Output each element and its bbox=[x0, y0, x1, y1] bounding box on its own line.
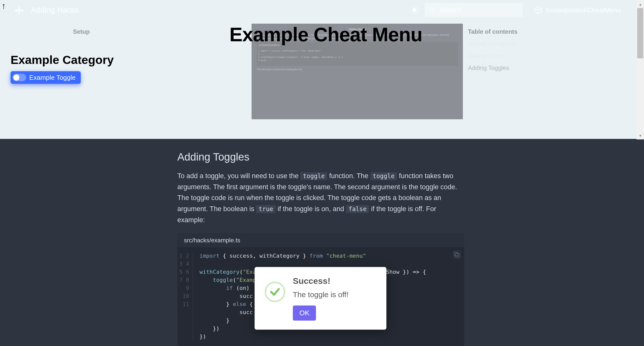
section-paragraph: To add a toggle, you will need to use th… bbox=[177, 171, 464, 226]
preview-footer-text: This will create a cheat menu looking li… bbox=[257, 68, 458, 71]
inline-code-toggle-2: toggle bbox=[370, 172, 397, 180]
toc-item-toggles[interactable]: Adding Toggles bbox=[468, 62, 594, 74]
toc-title: Table of contents bbox=[468, 26, 594, 38]
page-title: Adding Hacks bbox=[31, 6, 79, 15]
copy-icon bbox=[453, 251, 460, 258]
scrollbar[interactable]: ▴ ▾ bbox=[636, 1, 644, 139]
search-input[interactable]: Search bbox=[425, 3, 523, 17]
toc-item-categories[interactable]: Adding Categories bbox=[468, 38, 594, 50]
svg-point-9 bbox=[430, 8, 434, 11]
inline-code-false: false bbox=[346, 205, 369, 213]
success-modal: Success! The toggle is off! OK bbox=[255, 267, 386, 330]
toggle-switch[interactable] bbox=[13, 74, 26, 81]
inline-code-true: true bbox=[256, 205, 276, 213]
search-placeholder: Search bbox=[440, 6, 461, 14]
svg-point-0 bbox=[412, 8, 416, 12]
hero-section: ▴ ▾ Adding Hacks Search hostedposted/Che… bbox=[0, 0, 644, 139]
scrollbar-down-arrow[interactable]: ▾ bbox=[636, 132, 644, 139]
preview-code-block: 1 import { success, withCategory } from … bbox=[257, 48, 458, 66]
modal-ok-button[interactable]: OK bbox=[293, 305, 316, 321]
repo-name: hostedposted/CheatMenu bbox=[546, 6, 621, 14]
search-icon bbox=[429, 7, 436, 13]
modal-text: The toggle is off! bbox=[293, 290, 376, 299]
toc-item-hacks[interactable]: Adding Hacks bbox=[468, 50, 594, 62]
section-heading: Adding Toggles bbox=[177, 151, 464, 163]
overlay-menu-title: Example Cheat Menu bbox=[229, 23, 422, 46]
svg-line-10 bbox=[433, 11, 435, 13]
svg-line-8 bbox=[412, 12, 412, 13]
logo-icon[interactable] bbox=[15, 6, 24, 15]
code-filename: src/hacks/example.ts bbox=[177, 233, 464, 247]
back-to-top-arrow[interactable]: ↑ bbox=[2, 2, 6, 10]
svg-line-6 bbox=[416, 12, 417, 13]
modal-title: Success! bbox=[293, 276, 376, 286]
toggle-label: Example Toggle bbox=[29, 74, 76, 82]
overlay-category-title: Example Category bbox=[11, 53, 114, 67]
line-numbers: 1 2 3 4 5 6 7 8 9 10 11 bbox=[177, 252, 193, 341]
svg-line-5 bbox=[412, 7, 412, 8]
repo-link[interactable]: hostedposted/CheatMenu bbox=[534, 6, 621, 14]
scrollbar-thumb[interactable] bbox=[637, 8, 643, 58]
svg-rect-12 bbox=[455, 252, 458, 256]
source-icon bbox=[534, 6, 542, 14]
copy-code-button[interactable] bbox=[453, 251, 461, 258]
success-check-icon bbox=[265, 282, 285, 302]
example-toggle-button[interactable]: Example Toggle bbox=[11, 71, 81, 84]
toc-sidebar: Table of contents Adding Categories Addi… bbox=[463, 24, 594, 119]
svg-rect-11 bbox=[456, 253, 459, 257]
svg-line-7 bbox=[416, 7, 417, 8]
scrollbar-up-arrow[interactable]: ▴ bbox=[636, 1, 644, 8]
header-bar: Adding Hacks Search hostedposted/CheatMe… bbox=[0, 0, 635, 20]
inline-code-toggle-1: toggle bbox=[300, 172, 327, 180]
example-cheat-menu-overlay: Example Cheat Menu Example Category Exam… bbox=[11, 23, 114, 84]
theme-toggle-icon[interactable] bbox=[410, 5, 419, 15]
